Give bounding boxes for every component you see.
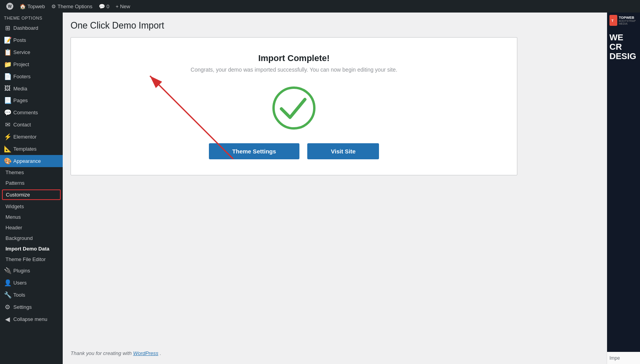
sidebar-item-templates[interactable]: 📐 Templates (0, 143, 63, 155)
svg-text:T: T (611, 19, 614, 23)
posts-icon: 📝 (4, 36, 11, 44)
footer-text: Thank you for creating with WordPress . (71, 350, 161, 356)
theme-options-label: Theme Options (58, 4, 92, 9)
topweb-label: Topweb (27, 4, 45, 9)
sidebar-item-pages[interactable]: 📃 Pages (0, 94, 63, 106)
sidebar-item-posts[interactable]: 📝 Posts (0, 34, 63, 46)
sidebar-item-import-demo-data[interactable]: Import Demo Data (0, 243, 63, 254)
import-subtitle: Congrats, your demo was imported success… (79, 67, 509, 73)
notification-icon: 💬 (99, 4, 105, 9)
app-layout: Theme Options ⊞ Dashboard 📝 Posts 📋 Serv… (0, 13, 640, 364)
tools-icon: 🔧 (4, 291, 11, 299)
footers-icon: 📄 (4, 73, 11, 80)
svg-point-0 (274, 88, 314, 128)
visit-site-button[interactable]: Visit Site (307, 143, 379, 159)
templates-icon: 📐 (4, 145, 11, 153)
checkmark-container (270, 85, 317, 132)
topweb-panel-logo: T (609, 15, 617, 26)
sidebar-item-footers[interactable]: 📄 Footers (0, 70, 63, 83)
sidebar-item-label: Posts (13, 37, 26, 43)
import-partial-label: Impe (607, 352, 640, 364)
footer-text-prefix: Thank you for creating with (71, 350, 133, 356)
sidebar-item-menus[interactable]: Menus (0, 212, 63, 222)
new-label: + New (116, 4, 130, 9)
import-title: Import Complete! (79, 53, 509, 63)
notification-count: 0 (107, 4, 109, 9)
sidebar-item-theme-file-editor[interactable]: Theme File Editor (0, 254, 63, 265)
sidebar-item-contact[interactable]: ✉ Contact (0, 119, 63, 131)
contact-icon: ✉ (4, 121, 11, 128)
admin-bar-new[interactable]: + New (112, 0, 133, 13)
sidebar-item-label: Contact (13, 122, 31, 128)
sidebar-item-label: Background (5, 235, 33, 241)
theme-options-icon: ⚙ (51, 4, 56, 9)
sidebar-item-header[interactable]: Header (0, 222, 63, 233)
sidebar-item-label: Elementor (13, 134, 36, 140)
sidebar-item-label: Templates (13, 146, 36, 152)
headline-line2: DESIG (609, 52, 638, 61)
sidebar-item-label: Header (5, 225, 22, 231)
sidebar-item-dashboard[interactable]: ⊞ Dashboard (0, 22, 63, 34)
pages-icon: 📃 (4, 97, 11, 104)
sidebar-item-settings[interactable]: ⚙ Settings (0, 301, 63, 313)
sidebar-item-label: Service (13, 49, 30, 55)
sidebar-item-tools[interactable]: 🔧 Tools (0, 289, 63, 301)
sidebar-item-label: Patterns (5, 180, 24, 186)
topweb-logo-icon: T (610, 17, 616, 23)
sidebar-item-appearance[interactable]: 🎨 Appearance (0, 155, 63, 167)
action-buttons: Theme Settings Visit Site (79, 143, 509, 159)
sidebar-section-header: Theme Options (0, 13, 63, 22)
sidebar-item-label: Menus (5, 214, 21, 220)
sidebar-item-label: Tools (13, 292, 25, 298)
sidebar-item-widgets[interactable]: Widgets (0, 201, 63, 212)
sidebar-item-collapse[interactable]: ◀ Collapse menu (0, 313, 63, 325)
service-icon: 📋 (4, 49, 11, 56)
sidebar-item-users[interactable]: 👤 Users (0, 277, 63, 289)
sidebar-item-patterns[interactable]: Patterns (0, 178, 63, 188)
sidebar-item-label: Widgets (5, 204, 24, 209)
sidebar-item-label: Import Demo Data (5, 246, 49, 252)
we-create-section: WE CR DESIG (607, 28, 640, 352)
page-title: One Click Demo Import (71, 20, 599, 31)
sidebar-item-comments[interactable]: 💬 Comments (0, 106, 63, 119)
wordpress-link[interactable]: WordPress (133, 350, 158, 356)
admin-bar-topweb[interactable]: 🏠 Topweb (16, 0, 48, 13)
admin-bar-theme-options[interactable]: ⚙ Theme Options (48, 0, 96, 13)
admin-bar: W 🏠 Topweb ⚙ Theme Options 💬 0 + New (0, 0, 640, 13)
sidebar-item-service[interactable]: 📋 Service (0, 46, 63, 58)
sidebar-item-label: Project (13, 61, 29, 67)
admin-bar-notifications[interactable]: 💬 0 (96, 0, 112, 13)
sidebar-item-background[interactable]: Background (0, 233, 63, 243)
sidebar-item-label: Collapse menu (13, 316, 47, 322)
footer-period: . (160, 350, 161, 356)
sidebar-item-label: Appearance (13, 158, 41, 164)
admin-bar-wp-logo[interactable]: W (3, 0, 16, 13)
sidebar-item-label: Settings (13, 304, 32, 310)
dashboard-icon: ⊞ (4, 24, 11, 32)
topweb-panel-badge: T TOPWEB BOOTSTRAP MEDIA (607, 13, 640, 28)
sidebar-item-customize[interactable]: Customize (2, 189, 61, 200)
appearance-icon: 🎨 (4, 157, 11, 165)
sidebar-item-project[interactable]: 📁 Project (0, 58, 63, 70)
main-content: One Click Demo Import Import Complete! C… (63, 13, 607, 364)
right-panel: T TOPWEB BOOTSTRAP MEDIA WE CR DESIG Imp… (607, 13, 640, 364)
sidebar-item-label: Themes (5, 169, 24, 175)
headline-line1: WE CR (609, 33, 638, 52)
import-card: Import Complete! Congrats, your demo was… (71, 37, 517, 175)
media-icon: 🖼 (4, 85, 11, 92)
topweb-icon: 🏠 (20, 4, 26, 9)
settings-icon: ⚙ (4, 303, 11, 311)
comments-icon: 💬 (4, 109, 11, 116)
sidebar-item-plugins[interactable]: 🔌 Plugins (0, 265, 63, 277)
sidebar-item-label: Pages (13, 97, 28, 103)
sidebar-item-themes[interactable]: Themes (0, 167, 63, 178)
sidebar-item-label: Comments (13, 110, 38, 115)
theme-settings-button[interactable]: Theme Settings (209, 143, 300, 159)
sidebar-item-label: Footers (13, 74, 31, 79)
sidebar-item-media[interactable]: 🖼 Media (0, 83, 63, 94)
sidebar: Theme Options ⊞ Dashboard 📝 Posts 📋 Serv… (0, 13, 63, 364)
sidebar-item-elementor[interactable]: ⚡ Elementor (0, 131, 63, 143)
elementor-icon: ⚡ (4, 133, 11, 141)
users-icon: 👤 (4, 279, 11, 287)
sidebar-item-label: Theme File Editor (5, 256, 46, 262)
